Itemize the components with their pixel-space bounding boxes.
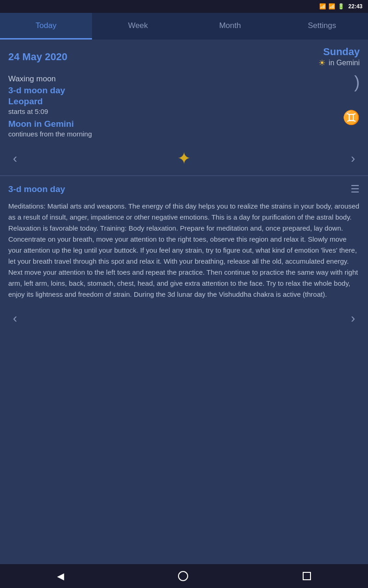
prev-arrow-bottom-button[interactable]: ‹ [8, 309, 22, 328]
tab-today[interactable]: Today [0, 13, 92, 40]
starts-at-text: starts at 5:09 [8, 107, 360, 115]
tab-month[interactable]: Month [184, 13, 276, 40]
date-right: Sunday ☀ in Gemini [318, 46, 360, 68]
home-button[interactable] [178, 571, 188, 581]
moon-day-label: 3-d moon day [8, 85, 360, 96]
recents-button[interactable] [303, 572, 311, 580]
date-label: 24 May 2020 [8, 51, 67, 63]
day-name: Sunday [318, 46, 360, 58]
tab-week[interactable]: Week [92, 13, 184, 40]
main-content: 24 May 2020 Sunday ☀ in Gemini Waxing mo… [0, 40, 368, 564]
lower-section: 3-d moon day ☰ Meditations: Martial arts… [0, 179, 368, 300]
sun-gemini-row: ☀ in Gemini [318, 58, 360, 68]
nav-row-bottom: ‹ › [0, 300, 368, 332]
crescent-icon: ) [354, 73, 360, 92]
back-button[interactable]: ◀ [57, 571, 64, 582]
moon-phase-text: Waxing moon [8, 74, 360, 84]
animal-label: Leopard [8, 96, 360, 107]
status-bar: 📶 📶 🔋 22:43 [0, 0, 368, 13]
section-header: 3-d moon day ☰ [8, 183, 360, 195]
prev-arrow-button[interactable]: ‹ [8, 149, 22, 168]
star-icon: ✦ [177, 149, 191, 168]
status-time: 22:43 [348, 3, 362, 10]
tab-settings[interactable]: Settings [276, 13, 368, 40]
section-title: 3-d moon day [8, 184, 65, 194]
battery-icon: 🔋 [338, 3, 345, 10]
nav-row-top: ‹ ✦ › [0, 144, 368, 173]
wifi-icon: 📶 [328, 3, 335, 10]
date-header: 24 May 2020 Sunday ☀ in Gemini [0, 40, 368, 73]
meditation-text: Meditations: Martial arts and weapons. T… [8, 201, 360, 300]
tab-bar: Today Week Month Settings [0, 13, 368, 40]
moon-info-section: Waxing moon 3-d moon day Leopard starts … [0, 73, 368, 138]
bluetooth-icon: 📶 [319, 3, 326, 10]
sun-gemini-label: in Gemini [328, 59, 360, 67]
continues-text: continues from the morning [8, 130, 360, 138]
android-nav-bar: ◀ [0, 564, 368, 588]
next-arrow-bottom-button[interactable]: › [346, 309, 360, 328]
section-divider [0, 175, 368, 176]
next-arrow-button[interactable]: › [346, 149, 360, 168]
menu-icon[interactable]: ☰ [351, 183, 360, 195]
gemini-icon: ♊ [343, 109, 360, 125]
moon-in-label: Moon in Gemini [8, 119, 360, 129]
status-icons: 📶 📶 🔋 [319, 3, 345, 10]
sun-icon: ☀ [318, 58, 326, 68]
